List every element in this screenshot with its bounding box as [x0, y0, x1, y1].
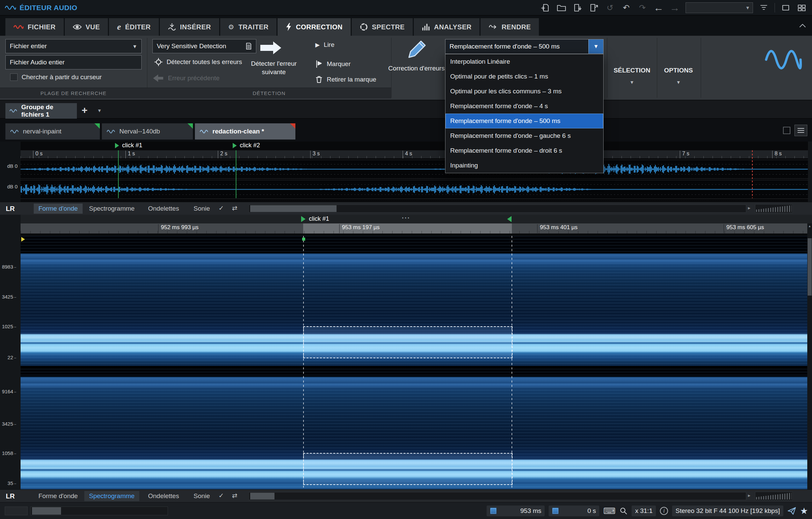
undo-button[interactable]: ↶ [621, 2, 632, 13]
detect-all-errors-button[interactable]: Détecter toutes les erreurs [154, 58, 242, 66]
marker-line-click2[interactable] [236, 150, 236, 198]
menu-item-remplacement-4s[interactable]: Remplacement forme d'onde – 4 s [445, 99, 603, 114]
edit-cursor-time-widget[interactable]: 953 ms [487, 506, 545, 516]
mark-error-button[interactable]: Marquer [315, 60, 351, 68]
navigate-forward-button[interactable]: → [669, 2, 680, 13]
selection-menu[interactable]: SÉLECTION ▼ [607, 36, 657, 100]
open-folder-button[interactable] [556, 2, 567, 13]
marker-dashed-line-end[interactable] [512, 236, 512, 489]
import-audio-button[interactable] [572, 2, 583, 13]
swap-channels-icon[interactable]: ⇄ [232, 492, 237, 499]
view-tab-spectrogramme[interactable]: Spectrogramme [84, 204, 139, 214]
tab-list-button[interactable] [794, 125, 807, 136]
collapse-ribbon-button[interactable] [799, 24, 806, 28]
overview-timeline-ruler[interactable]: 0 s 1 s 2 s 3 s 4 s 5 s 6 s 7 s 8 s [21, 150, 808, 159]
menu-item-optimal-clics-communs[interactable]: Optimal pour les clics communs – 3 ms [445, 84, 603, 99]
edit-mode-icon[interactable]: ✓ [219, 492, 224, 499]
favorites-star-icon[interactable]: ★ [800, 506, 808, 516]
selection-region-right[interactable] [303, 453, 513, 485]
file-tab-redaction-clean[interactable]: redaction-clean * [195, 123, 295, 140]
detect-next-error-button[interactable]: Détecter l'erreur suivante [243, 59, 304, 76]
edit-mode-icon[interactable]: ✓ [219, 204, 224, 212]
status-left-widget[interactable] [5, 507, 28, 515]
file-tab-nerval-140db[interactable]: Nerval--140db [102, 123, 193, 140]
file-group-tab[interactable]: Groupe de fichiers 1 [5, 103, 77, 119]
tab-correction[interactable]: CORRECTION [278, 18, 350, 36]
tab-vue[interactable]: VUE [65, 18, 108, 36]
magnifier-icon[interactable] [619, 507, 628, 515]
view-tab-ondelettes[interactable]: Ondelettes [143, 491, 184, 501]
scrollbar-thumb[interactable] [250, 493, 274, 499]
search-scope-dropdown[interactable]: Fichier entier ▼ [5, 39, 142, 53]
view-tab-sonie[interactable]: Sonie [189, 491, 215, 501]
horizontal-scrollbar[interactable] [249, 205, 746, 213]
play-error-button[interactable]: ▶ Lire [315, 41, 335, 49]
scroll-right-arrow[interactable]: ▸ [748, 205, 751, 211]
workspace-layout-button[interactable] [796, 2, 807, 13]
previous-error-button[interactable]: Erreur précédente [152, 73, 220, 83]
save-as-button[interactable] [588, 2, 599, 13]
zoom-level-widget[interactable] [755, 492, 793, 500]
status-scrollbar[interactable] [30, 507, 168, 515]
new-file-button[interactable] [540, 2, 551, 13]
menu-item-remplacement-droit-6s[interactable]: Remplacement forme d'onde – droit 6 s [445, 143, 603, 158]
menu-item-inpainting[interactable]: Inpainting [445, 158, 603, 173]
view-tab-sonie[interactable]: Sonie [189, 204, 215, 214]
send-feedback-icon[interactable] [787, 507, 796, 515]
filter-icon[interactable] [758, 2, 769, 13]
marker-dashed-line-start[interactable] [303, 236, 304, 489]
audio-format-widget[interactable]: Stereo 32 bit F 44 100 Hz [192 kbps] [672, 506, 783, 516]
marker-flag-icon[interactable] [233, 143, 237, 148]
channel-indicator[interactable]: LR [0, 490, 21, 502]
search-from-cursor-checkbox[interactable]: Chercher à partir du curseur [10, 73, 102, 81]
preset-dropdown[interactable]: ▼ [686, 2, 753, 13]
vertical-scrollbar[interactable] [807, 223, 812, 489]
horizontal-scrollbar[interactable] [249, 492, 746, 500]
overview-waveform-left[interactable] [21, 160, 808, 179]
navigate-back-button[interactable]: ← [653, 2, 664, 13]
options-menu[interactable]: OPTIONS ▼ [658, 36, 699, 100]
maximize-window-button[interactable] [780, 2, 791, 13]
view-tab-forme-donde[interactable]: Forme d'onde [34, 204, 83, 214]
group-menu-chevron[interactable]: ▼ [97, 108, 102, 113]
error-correction-tool-button[interactable]: Correction d'erreurs [388, 64, 445, 73]
pane-splitter-handle[interactable]: ⋯ [401, 213, 411, 223]
remove-mark-button[interactable]: Retirer la marque [315, 75, 376, 84]
audio-scope-dropdown[interactable]: Fichier Audio entier [5, 55, 142, 69]
zoom-ratio-widget[interactable]: x 31:1 [632, 506, 656, 516]
swap-channels-icon[interactable]: ⇄ [232, 204, 237, 212]
marker-line-click1[interactable] [118, 150, 119, 198]
history-button[interactable]: ↺ [605, 2, 615, 13]
info-icon[interactable]: i [660, 507, 668, 515]
menu-item-optimal-petits-clics[interactable]: Optimal pour de petits clics – 1 ms [445, 69, 603, 84]
view-tab-spectrogramme[interactable]: Spectrogramme [84, 491, 139, 501]
tab-inserer[interactable]: INSÉRER [160, 18, 219, 36]
marker-flag-icon[interactable] [115, 143, 119, 148]
tab-rendre[interactable]: RENDRE [481, 18, 539, 36]
next-error-arrow-icon[interactable] [260, 40, 282, 55]
correction-method-dropdown-button[interactable]: ▼ [588, 39, 603, 54]
checkbox-box[interactable] [10, 73, 18, 81]
overview-waveform-right[interactable] [21, 180, 808, 199]
pencil-icon[interactable] [406, 39, 427, 60]
scrollbar-thumb[interactable] [250, 205, 337, 212]
scrollbar-thumb[interactable] [32, 507, 61, 515]
tab-analyser[interactable]: ANALYSER [414, 18, 480, 36]
menu-item-interpolation-lineaire[interactable]: Interpolation Linéaire [445, 54, 603, 69]
menu-item-remplacement-500ms[interactable]: Remplacement forme d'onde – 500 ms [445, 114, 603, 128]
selection-length-widget[interactable]: 0 s [549, 506, 599, 516]
selection-region-left[interactable] [303, 326, 513, 358]
channel-indicator[interactable]: LR [0, 202, 21, 215]
tab-fichier[interactable]: FICHIER [5, 18, 64, 36]
main-timeline-ruler[interactable]: 952 ms 993 µs 953 ms 197 µs 953 ms 401 µ… [21, 223, 807, 234]
keyboard-icon[interactable]: ⌨ [603, 506, 615, 516]
add-group-button[interactable]: + [82, 104, 88, 116]
zoom-level-widget[interactable] [755, 204, 793, 213]
tab-traiter[interactable]: ⚙TRAITER [220, 18, 277, 36]
marker-flag-icon[interactable] [301, 216, 306, 222]
file-tab-nerval-inpaint[interactable]: nerval-inpaint [5, 123, 100, 140]
marker-end-flag-icon[interactable] [507, 216, 512, 222]
menu-item-remplacement-gauche-6s[interactable]: Remplacement forme d'onde – gauche 6 s [445, 128, 603, 143]
tab-editer[interactable]: eÉDITER [109, 18, 159, 36]
redo-button[interactable]: ↷ [637, 2, 648, 13]
